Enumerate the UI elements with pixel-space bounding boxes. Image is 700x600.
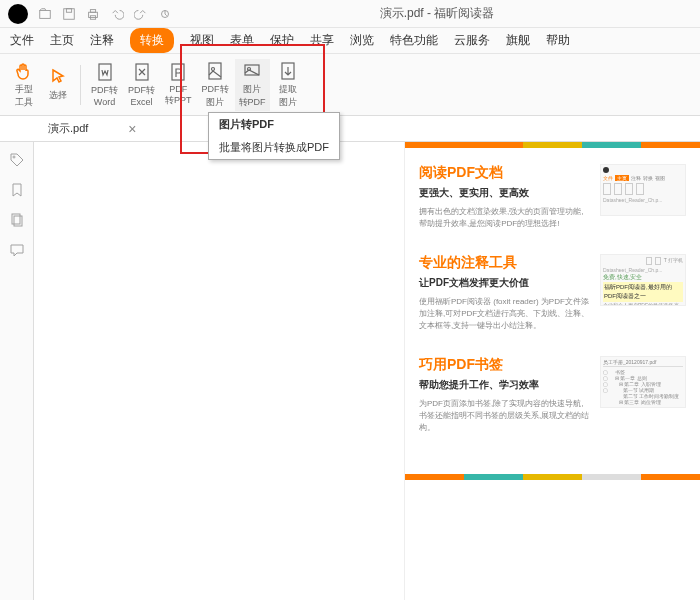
open-icon[interactable] bbox=[38, 7, 52, 21]
menu-features[interactable]: 特色功能 bbox=[390, 32, 438, 49]
pdf-to-ppt-button[interactable]: PDF 转PPT bbox=[161, 60, 196, 109]
section3-subtitle: 帮助您提升工作、学习效率 bbox=[419, 378, 590, 392]
section2-thumbnail: T 打字机 Datasheet_Reader_Ch.p... 免费,快速,安全 … bbox=[600, 254, 686, 306]
save-icon[interactable] bbox=[62, 7, 76, 21]
pdf-to-word-button[interactable]: PDF转 Word bbox=[87, 60, 122, 109]
image-to-pdf-button[interactable]: 图片 转PDF bbox=[235, 59, 270, 111]
svg-rect-9 bbox=[172, 64, 184, 80]
undo-icon[interactable] bbox=[110, 7, 124, 21]
hand-tool-button[interactable]: 手型 工具 bbox=[8, 59, 40, 111]
section2-title: 专业的注释工具 bbox=[419, 254, 590, 272]
menu-view[interactable]: 视图 bbox=[190, 32, 214, 49]
svg-rect-0 bbox=[40, 10, 51, 18]
menu-browse[interactable]: 浏览 bbox=[350, 32, 374, 49]
pdf-to-image-label: PDF转 图片 bbox=[202, 83, 229, 109]
svg-rect-2 bbox=[66, 8, 71, 12]
toolbar: 手型 工具 选择 PDF转 Word PDF转 Excel PDF 转PPT P… bbox=[0, 54, 700, 116]
app-icon bbox=[8, 4, 28, 24]
comment-icon[interactable] bbox=[9, 242, 25, 258]
dropdown-title[interactable]: 图片转PDF bbox=[209, 113, 339, 136]
svg-rect-1 bbox=[64, 8, 75, 19]
pages-icon[interactable] bbox=[9, 212, 25, 228]
menu-help[interactable]: 帮助 bbox=[546, 32, 570, 49]
pdf-to-ppt-label: PDF 转PPT bbox=[165, 84, 192, 107]
menubar: 文件 主页 注释 转换 视图 表单 保护 共享 浏览 特色功能 云服务 旗舰 帮… bbox=[0, 28, 700, 54]
menu-file[interactable]: 文件 bbox=[10, 32, 34, 49]
svg-rect-4 bbox=[90, 9, 95, 12]
pdf-to-excel-button[interactable]: PDF转 Excel bbox=[124, 60, 159, 109]
section2-body: 使用福昕PDF阅读器 (foxit reader) 为PDF文件添加注释,可对P… bbox=[419, 296, 590, 332]
extract-image-button[interactable]: 提取 图片 bbox=[272, 59, 304, 111]
document-preview: 阅读PDF文档 更强大、更实用、更高效 拥有出色的文档渲染效果,强大的页面管理功… bbox=[404, 142, 700, 600]
document-tab[interactable]: 演示.pdf × bbox=[40, 121, 145, 137]
hand-tool-label: 手型 工具 bbox=[15, 83, 33, 109]
menu-cloud[interactable]: 云服务 bbox=[454, 32, 490, 49]
sidebar bbox=[0, 142, 34, 600]
menu-form[interactable]: 表单 bbox=[230, 32, 254, 49]
menu-convert[interactable]: 转换 bbox=[130, 28, 174, 53]
section3-thumbnail: 员工手册_20120917.pdf ▢▢▢▢ 书签 ⊟ 第一章 总则 ⊟ 第二章… bbox=[600, 356, 686, 408]
menu-flagship[interactable]: 旗舰 bbox=[506, 32, 530, 49]
dropdown-desc[interactable]: 批量将图片转换成PDF bbox=[209, 136, 339, 159]
section1-subtitle: 更强大、更实用、更高效 bbox=[419, 186, 590, 200]
print-icon[interactable] bbox=[86, 7, 100, 21]
blank-area bbox=[34, 142, 404, 600]
section1-thumbnail: 文件主页注释转换视图 Datasheet_Reader_Ch.p... bbox=[600, 164, 686, 216]
select-tool-label: 选择 bbox=[49, 89, 67, 102]
menu-home[interactable]: 主页 bbox=[50, 32, 74, 49]
pdf-to-excel-label: PDF转 Excel bbox=[128, 84, 155, 107]
window-title: 演示.pdf - 福昕阅读器 bbox=[182, 5, 692, 22]
redo-icon[interactable] bbox=[134, 7, 148, 21]
menu-comment[interactable]: 注释 bbox=[90, 32, 114, 49]
more-icon[interactable] bbox=[158, 7, 172, 21]
close-icon[interactable]: × bbox=[128, 121, 136, 137]
menu-share[interactable]: 共享 bbox=[310, 32, 334, 49]
image-to-pdf-dropdown[interactable]: 图片转PDF 批量将图片转换成PDF bbox=[208, 112, 340, 160]
pdf-to-word-label: PDF转 Word bbox=[91, 84, 118, 107]
image-to-pdf-label: 图片 转PDF bbox=[239, 83, 266, 109]
menu-protect[interactable]: 保护 bbox=[270, 32, 294, 49]
tab-label: 演示.pdf bbox=[48, 121, 88, 136]
section3-body: 为PDF页面添加书签,除了实现内容的快速导航,书签还能指明不同书签的层级关系,展… bbox=[419, 398, 590, 434]
svg-rect-10 bbox=[209, 63, 221, 79]
extract-image-label: 提取 图片 bbox=[279, 83, 297, 109]
section3-title: 巧用PDF书签 bbox=[419, 356, 590, 374]
section1-title: 阅读PDF文档 bbox=[419, 164, 590, 182]
pdf-to-image-button[interactable]: PDF转 图片 bbox=[198, 59, 233, 111]
bookmark-icon[interactable] bbox=[9, 182, 25, 198]
tabbar: 演示.pdf × bbox=[0, 116, 700, 142]
section2-subtitle: 让PDF文档发挥更大价值 bbox=[419, 276, 590, 290]
svg-point-11 bbox=[212, 67, 215, 70]
section1-body: 拥有出色的文档渲染效果,强大的页面管理功能,帮助提升效率,是您阅读PDF的理想选… bbox=[419, 206, 590, 230]
select-tool-button[interactable]: 选择 bbox=[42, 65, 74, 104]
svg-point-15 bbox=[13, 156, 15, 158]
tag-icon[interactable] bbox=[9, 152, 25, 168]
